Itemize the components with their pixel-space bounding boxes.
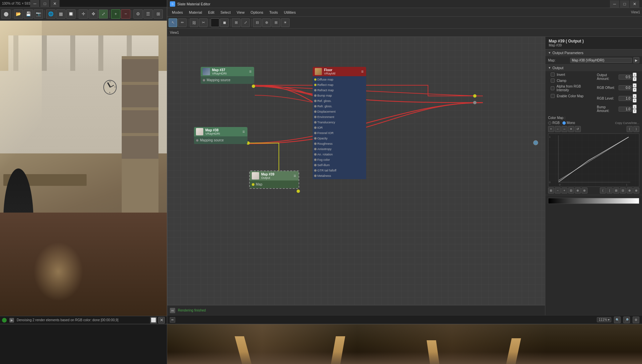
curve-right-5[interactable]: ⊕	[627, 188, 633, 194]
slate-minimize-btn[interactable]: ─	[610, 0, 619, 8]
curve-right-2[interactable]: |	[607, 188, 613, 194]
curve-right-6[interactable]: ⊗	[633, 188, 639, 194]
chain-btn[interactable]: ⛓	[190, 18, 198, 27]
scale-btn[interactable]: ⤢	[99, 9, 108, 19]
break-btn[interactable]: ✂	[199, 18, 208, 27]
camera-btn[interactable]: 📷	[34, 9, 43, 19]
gradient-bar[interactable]	[548, 198, 639, 204]
node-map39[interactable]: Map #39 Output ≡ Map	[249, 170, 299, 189]
open-btn[interactable]: 📂	[14, 9, 23, 19]
rgb-level-up[interactable]: ▲	[633, 94, 637, 98]
slate-status-btn[interactable]: ⏯	[170, 317, 175, 323]
menu-material[interactable]: Material	[186, 10, 205, 15]
output-amount-down[interactable]: ▼	[633, 77, 637, 81]
alpha-checkbox[interactable]	[551, 86, 554, 90]
copy-curv-label[interactable]: Copy Curve/Inte...	[615, 121, 639, 125]
display-btn[interactable]: ▦	[56, 9, 66, 19]
rgb-offset-up[interactable]: ▲	[633, 83, 637, 88]
rgb-offset-down[interactable]: ▼	[633, 88, 637, 92]
node37-menu-btn[interactable]: ≡	[248, 69, 252, 74]
curve-nav-4[interactable]: ⊟	[568, 188, 574, 194]
zoom-fit-btn[interactable]: ⤢	[241, 18, 250, 27]
pencil-btn[interactable]: ✏	[178, 18, 187, 27]
output-amount-value[interactable]: 0.5	[619, 75, 632, 80]
menu-edit[interactable]: Edit	[205, 10, 217, 15]
world-btn[interactable]: 🌐	[46, 9, 56, 19]
map-value[interactable]: Map #38 (VRayHDRI)	[570, 58, 632, 63]
magnet-btn[interactable]: ☰	[143, 9, 153, 19]
menu-options[interactable]: Options	[248, 10, 266, 15]
rgb-level-down[interactable]: ▼	[633, 98, 637, 103]
slate-restore-btn[interactable]: □	[620, 0, 629, 8]
cursor-btn[interactable]: ✛	[79, 9, 88, 19]
viewport-content[interactable]: 12 3 6	[0, 21, 167, 316]
curve-btn-move[interactable]: ↔	[561, 126, 567, 132]
move-btn[interactable]: ✥	[89, 9, 98, 19]
curve-nav-1[interactable]: ⊞	[548, 188, 554, 194]
menu-utilities[interactable]: Utilities	[281, 10, 298, 15]
add-green-btn[interactable]: +	[111, 9, 120, 19]
curve-btn-r1[interactable]: ⟨	[627, 126, 633, 132]
restore-button[interactable]: □	[40, 0, 49, 7]
close-button[interactable]: ✕	[50, 0, 60, 7]
curve-right-1[interactable]: ⟨	[600, 188, 606, 194]
colormap-checkbox[interactable]	[551, 94, 555, 98]
node-map38[interactable]: Map #38 VRayHDRI ≡ Mapping source	[194, 127, 247, 144]
grid-btn[interactable]: ⊟	[253, 18, 261, 27]
curve-btn-reset[interactable]: ↺	[575, 126, 581, 132]
viewport-window-controls[interactable]: ─ □ ✕	[30, 0, 60, 7]
status-expand-btn[interactable]: ⬜	[150, 317, 157, 324]
curve-btn-r2[interactable]: ⟩	[633, 126, 639, 132]
invert-checkbox[interactable]	[551, 73, 555, 77]
zoom-control[interactable]: 111% ▾	[597, 317, 611, 322]
color-picker[interactable]: ◼	[220, 18, 229, 27]
pointer-btn[interactable]: ↖	[169, 18, 177, 27]
node-map37[interactable]: Map #37 VRayHDRI ≡ Mapping source	[201, 67, 254, 84]
bump-amount-down[interactable]: ▼	[633, 109, 637, 113]
bump-amount-value[interactable]: 1.0	[619, 107, 632, 112]
menu-view[interactable]: View	[234, 10, 247, 15]
rgb-offset-value[interactable]: 0.0	[619, 85, 632, 90]
layout-btn[interactable]: ⊞	[232, 18, 240, 27]
output-amount-up[interactable]: ▲	[633, 73, 637, 77]
node38-menu-btn[interactable]: ≡	[242, 129, 245, 134]
remove-red-btn[interactable]: −	[121, 9, 130, 19]
black-swatch[interactable]	[211, 18, 219, 27]
curve-right-3[interactable]: ⊞	[613, 188, 619, 194]
minimize-button[interactable]: ─	[30, 0, 39, 7]
curve-nav-3[interactable]: +	[561, 188, 567, 194]
menu-select[interactable]: Select	[218, 10, 233, 15]
settings-status-btn[interactable]: ⚙	[633, 317, 639, 323]
output-params-header[interactable]: ▼ Output Parameters	[545, 49, 642, 56]
render-btn[interactable]: ⬤	[1, 9, 11, 19]
curve-canvas[interactable]: 1 0 0 1	[548, 133, 639, 187]
zoom-dropdown-icon[interactable]: ▾	[608, 318, 610, 322]
curve-btn-remove[interactable]: −	[555, 126, 561, 132]
status-close-btn[interactable]: ✕	[158, 317, 165, 324]
menu-modes[interactable]: Modes	[169, 10, 186, 15]
clamp-checkbox[interactable]	[551, 79, 555, 83]
node39-menu-btn[interactable]: ≡	[293, 173, 297, 178]
highlight-btn[interactable]: ☀	[281, 18, 290, 27]
settings-btn[interactable]: ⚙	[133, 9, 143, 19]
menu-tools[interactable]: Tools	[266, 10, 281, 15]
zoom-in-btn[interactable]: 🔍	[614, 317, 621, 323]
curve-nav-2[interactable]: −	[555, 188, 561, 194]
output-header[interactable]: ▼ Output	[545, 65, 642, 71]
rgb-level-value[interactable]: 1.0	[619, 96, 632, 101]
slate-close-btn[interactable]: ✕	[630, 0, 639, 8]
curve-nav-5[interactable]: ⊕	[575, 188, 581, 194]
zoom-out-btn[interactable]: 🔎	[623, 317, 630, 323]
snap-btn[interactable]: ⊞	[153, 9, 163, 19]
mono-radio-option[interactable]: Mono	[562, 121, 575, 125]
node-floor[interactable]: Floor VRayMtl ≡ Diffuse map	[313, 67, 366, 179]
save-btn[interactable]: 💾	[24, 9, 33, 19]
curve-btn-add[interactable]: +	[548, 126, 554, 132]
map-select-btn[interactable]: ▶	[633, 57, 639, 63]
curve-right-4[interactable]: ⊟	[620, 188, 626, 194]
render2-btn[interactable]: 🔲	[66, 9, 76, 19]
nav-btn[interactable]: ⊕	[262, 18, 271, 27]
rgb-radio-option[interactable]: RGB	[548, 121, 560, 125]
bump-amount-up[interactable]: ▲	[633, 105, 637, 109]
node-editor[interactable]: Map #37 VRayHDRI ≡ Mapping source	[167, 37, 545, 315]
